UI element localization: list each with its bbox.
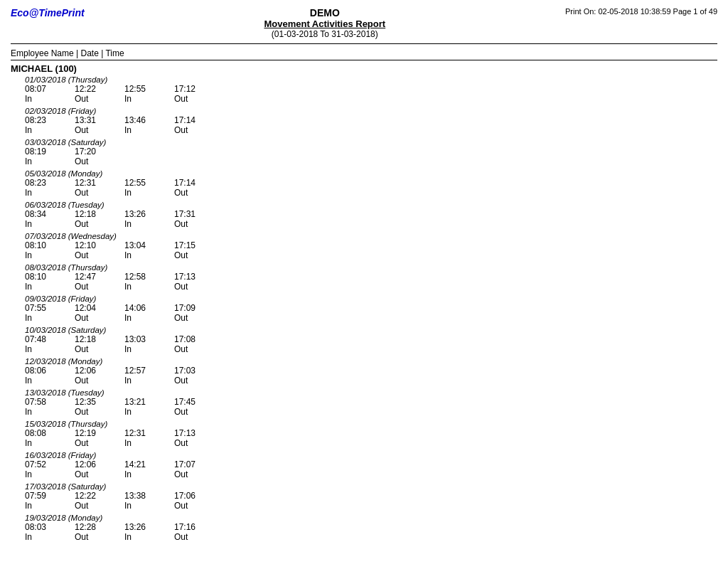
time-cell: 14:06 — [124, 303, 174, 313]
day-block: 17/03/2018 (Saturday)07:5912:2213:3817:0… — [25, 482, 717, 511]
label-cell: Out — [174, 438, 224, 448]
day-date: 19/03/2018 (Monday) — [25, 514, 717, 522]
header-divider — [11, 43, 717, 44]
time-cell: 17:09 — [174, 303, 224, 313]
time-cell — [174, 147, 224, 156]
label-cell: In — [124, 469, 174, 479]
times-row: 07:5212:0614:2117:07 — [25, 459, 717, 469]
time-cell: 14:21 — [124, 459, 174, 469]
label-cell: Out — [174, 469, 224, 479]
label-cell: In — [124, 438, 174, 448]
time-cell: 12:55 — [124, 84, 174, 94]
app-title: DEMO — [85, 7, 565, 18]
day-date: 01/03/2018 (Thursday) — [25, 75, 717, 84]
label-row: InOutInOut — [25, 469, 717, 479]
label-cell: Out — [75, 219, 124, 229]
time-cell: 17:20 — [75, 147, 124, 156]
times-row: 08:0312:2813:2617:16 — [25, 522, 717, 532]
label-cell: In — [124, 532, 174, 542]
day-date: 02/03/2018 (Friday) — [25, 107, 717, 115]
label-cell: In — [25, 282, 75, 292]
day-block: 15/03/2018 (Thursday)08:0812:1912:3117:1… — [25, 420, 717, 448]
time-cell: 17:31 — [174, 209, 224, 219]
day-date: 03/03/2018 (Saturday) — [25, 138, 717, 147]
time-cell: 12:35 — [75, 397, 124, 407]
day-date: 05/03/2018 (Monday) — [25, 169, 717, 178]
times-row: 08:0712:2212:5517:12 — [25, 84, 717, 94]
day-date: 10/03/2018 (Saturday) — [25, 326, 717, 334]
time-cell: 12:06 — [75, 459, 124, 469]
day-block: 12/03/2018 (Monday)08:0612:0612:5717:03I… — [25, 357, 717, 386]
label-row: InOutInOut — [25, 313, 717, 323]
day-block: 02/03/2018 (Friday)08:2313:3113:4617:14I… — [25, 107, 717, 135]
days-container: 01/03/2018 (Thursday)08:0712:2212:5517:1… — [11, 75, 717, 542]
label-cell: Out — [75, 125, 124, 135]
time-cell: 08:19 — [25, 147, 75, 156]
time-cell: 17:14 — [174, 115, 224, 125]
time-cell: 12:47 — [75, 272, 124, 282]
label-cell: Out — [75, 501, 124, 511]
label-cell: In — [124, 344, 174, 354]
label-cell: Out — [174, 532, 224, 542]
day-date: 17/03/2018 (Saturday) — [25, 482, 717, 491]
time-cell: 12:58 — [124, 272, 174, 282]
label-cell: Out — [174, 282, 224, 292]
time-cell: 17:08 — [174, 334, 224, 344]
times-row: 08:0612:0612:5717:03 — [25, 366, 717, 376]
times-row: 08:1917:20 — [25, 147, 717, 156]
day-date: 09/03/2018 (Friday) — [25, 294, 717, 303]
time-cell: 13:38 — [124, 491, 174, 501]
label-cell: In — [25, 376, 75, 386]
label-cell: In — [25, 438, 75, 448]
time-cell: 12:10 — [75, 240, 124, 250]
time-cell: 17:16 — [174, 522, 224, 532]
day-block: 05/03/2018 (Monday)08:2312:3112:5517:14I… — [25, 169, 717, 198]
label-row: InOutInOut — [25, 125, 717, 135]
label-cell: In — [124, 188, 174, 198]
label-row: InOutInOut — [25, 250, 717, 260]
time-cell: 13:31 — [75, 115, 124, 125]
label-cell: Out — [174, 407, 224, 417]
times-row: 08:0812:1912:3117:13 — [25, 428, 717, 438]
label-cell: In — [124, 501, 174, 511]
times-row: 08:1012:1013:0417:15 — [25, 240, 717, 250]
day-date: 08/03/2018 (Thursday) — [25, 263, 717, 272]
label-cell: In — [124, 376, 174, 386]
label-cell: Out — [75, 94, 124, 104]
label-cell: In — [25, 188, 75, 198]
time-cell: 08:07 — [25, 84, 75, 94]
label-cell: Out — [75, 532, 124, 542]
time-cell: 17:07 — [174, 459, 224, 469]
label-cell: Out — [75, 282, 124, 292]
time-cell: 13:46 — [124, 115, 174, 125]
label-cell: In — [25, 501, 75, 511]
time-cell: 13:03 — [124, 334, 174, 344]
time-cell: 07:52 — [25, 459, 75, 469]
label-cell — [124, 156, 174, 166]
day-block: 08/03/2018 (Thursday)08:1012:4712:5817:1… — [25, 263, 717, 292]
time-cell: 12:06 — [75, 366, 124, 376]
label-cell: In — [25, 250, 75, 260]
label-cell: In — [124, 282, 174, 292]
day-date: 12/03/2018 (Monday) — [25, 357, 717, 366]
time-cell: 12:57 — [124, 366, 174, 376]
day-date: 13/03/2018 (Tuesday) — [25, 388, 717, 397]
label-cell: Out — [174, 501, 224, 511]
time-cell: 08:06 — [25, 366, 75, 376]
time-cell: 17:14 — [174, 178, 224, 188]
label-cell: Out — [174, 344, 224, 354]
time-cell: 07:48 — [25, 334, 75, 344]
label-cell: Out — [75, 469, 124, 479]
day-date: 15/03/2018 (Thursday) — [25, 420, 717, 428]
label-cell: In — [124, 250, 174, 260]
time-cell: 12:55 — [124, 178, 174, 188]
time-cell: 13:26 — [124, 522, 174, 532]
day-block: 09/03/2018 (Friday)07:5512:0414:0617:09I… — [25, 294, 717, 323]
label-cell: In — [124, 407, 174, 417]
time-cell: 07:58 — [25, 397, 75, 407]
times-row: 07:5912:2213:3817:06 — [25, 491, 717, 501]
logo-eco: Eco@TimePrint — [11, 7, 85, 18]
day-date: 06/03/2018 (Tuesday) — [25, 201, 717, 209]
label-cell: In — [25, 313, 75, 323]
label-row: InOutInOut — [25, 501, 717, 511]
